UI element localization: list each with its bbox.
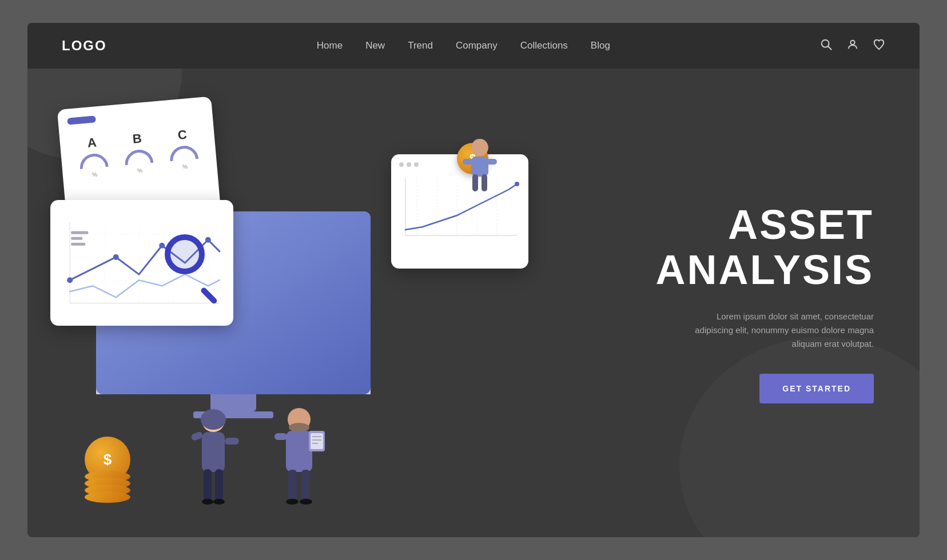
svg-rect-18 [71, 237, 82, 240]
svg-point-33 [202, 499, 213, 505]
nav-item-company[interactable]: Company [456, 40, 498, 51]
coin-4 [85, 491, 130, 503]
abc-col-b: B % [122, 130, 154, 175]
gauge-b [124, 149, 154, 165]
svg-point-0 [822, 39, 829, 47]
heart-icon[interactable] [873, 38, 885, 54]
svg-point-42 [286, 499, 299, 505]
svg-rect-54 [482, 174, 487, 191]
svg-point-38 [289, 423, 309, 432]
illustration-area: A % B % C % [27, 69, 563, 537]
gauge-c [169, 145, 199, 161]
search-icon[interactable] [820, 38, 833, 54]
svg-rect-53 [472, 174, 478, 191]
hero-title-line1: ASSET [728, 202, 874, 247]
hero-title-line2: ANALYSIS [656, 247, 874, 293]
man-svg [273, 403, 325, 518]
card-abc-columns: A % B % C % [68, 121, 208, 179]
svg-point-43 [300, 499, 312, 505]
dot-1 [399, 162, 404, 167]
abc-col-c: C % [168, 126, 200, 171]
abc-pct-a: % [92, 171, 98, 178]
svg-rect-36 [225, 438, 239, 445]
person-man [273, 403, 325, 520]
dot-3 [414, 162, 419, 167]
nav-links: Home New Trend Company Collections Blog [317, 40, 610, 51]
page-frame: LOGO Home New Trend Company Collections … [27, 23, 920, 537]
magnifier-lens [165, 234, 205, 274]
svg-rect-32 [215, 469, 223, 501]
svg-rect-17 [71, 231, 88, 234]
person-woman [188, 403, 239, 520]
navbar: LOGO Home New Trend Company Collections … [27, 23, 920, 69]
svg-point-13 [67, 277, 73, 283]
svg-rect-56 [487, 159, 497, 165]
person-sitting [460, 137, 500, 197]
svg-rect-19 [71, 243, 85, 246]
svg-rect-31 [204, 469, 212, 501]
svg-rect-41 [301, 470, 310, 501]
svg-point-34 [213, 499, 225, 505]
main-content: A % B % C % [27, 69, 920, 537]
abc-label-c: C [177, 127, 188, 143]
gauge-a [78, 153, 108, 169]
hero-description: Lorem ipsum dolor sit amet, consectetuar… [691, 310, 874, 351]
hero-title: ASSET ANALYSIS [656, 202, 874, 293]
svg-rect-55 [463, 159, 473, 165]
svg-point-51 [471, 139, 488, 156]
coin-stack: $ [85, 437, 130, 503]
svg-point-15 [159, 243, 165, 249]
svg-rect-52 [471, 157, 488, 177]
svg-point-14 [113, 254, 119, 260]
nav-item-new[interactable]: New [365, 40, 385, 51]
right-content: ASSET ANALYSIS Lorem ipsum dolor sit ame… [563, 69, 920, 537]
abc-col-a: A % [77, 134, 109, 179]
dot-2 [407, 162, 411, 167]
nav-item-home[interactable]: Home [317, 40, 343, 51]
svg-point-2 [850, 40, 854, 44]
svg-point-27 [515, 182, 519, 186]
get-started-button[interactable]: GET STARTED [759, 374, 874, 403]
svg-rect-44 [274, 433, 287, 440]
abc-pct-b: % [137, 167, 143, 174]
svg-point-29 [201, 409, 226, 430]
nav-icons [820, 38, 885, 54]
sitting-person-svg [460, 137, 500, 194]
svg-rect-40 [288, 470, 297, 501]
nav-item-collections[interactable]: Collections [520, 40, 568, 51]
abc-label-b: B [132, 131, 142, 146]
svg-line-1 [828, 46, 831, 49]
woman-svg [188, 403, 239, 518]
svg-rect-39 [286, 431, 312, 472]
svg-rect-30 [202, 432, 225, 472]
abc-label-a: A [87, 135, 97, 150]
nav-item-blog[interactable]: Blog [591, 40, 610, 51]
card-abc-header [67, 115, 96, 125]
svg-rect-35 [190, 431, 204, 441]
nav-item-trend[interactable]: Trend [408, 40, 433, 51]
user-icon[interactable] [846, 38, 859, 54]
magnifier [165, 234, 222, 291]
abc-pct-c: % [182, 163, 188, 170]
logo: LOGO [62, 38, 107, 54]
svg-rect-47 [311, 433, 323, 449]
